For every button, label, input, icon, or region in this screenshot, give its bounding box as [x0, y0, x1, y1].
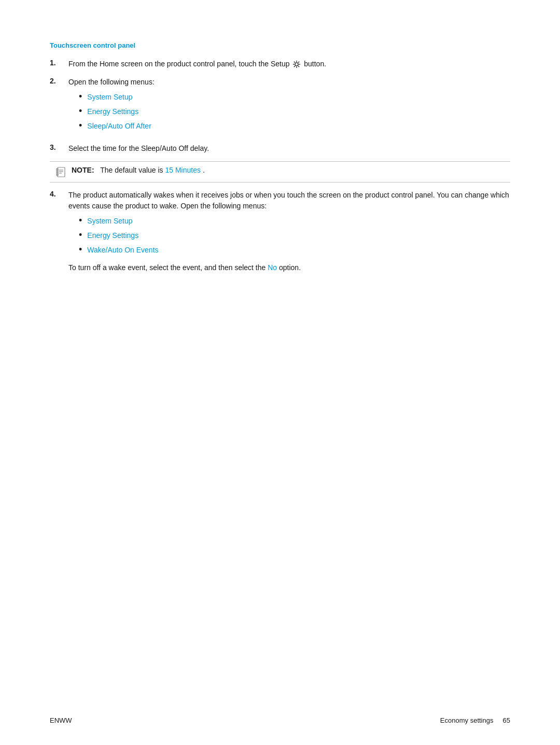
step-1-text-before: From the Home screen on the product cont… [68, 60, 291, 68]
svg-line-6 [299, 66, 300, 67]
bullet-dot-2: • [79, 105, 82, 118]
step-2-bullets: • System Setup • Energy Settings • Sleep… [68, 92, 510, 133]
step-1-number: 1. [50, 59, 68, 67]
footer-left: ENWW [50, 716, 72, 724]
bullet-sleep-auto-off: • Sleep/Auto Off After [68, 121, 510, 132]
bullet-energy-settings: • Energy Settings [68, 106, 510, 118]
bullet-system-setup-2: • System Setup [68, 216, 510, 227]
step-3-text: Select the time for the Sleep/Auto Off d… [68, 144, 209, 152]
setup-icon [292, 60, 301, 68]
step-1-content: From the Home screen on the product cont… [68, 59, 510, 69]
system-setup-link-2[interactable]: System Setup [87, 216, 132, 227]
step-4: 4. The product automatically wakes when … [50, 190, 510, 274]
step-4-text: The product automatically wakes when it … [68, 191, 509, 210]
step-1: 1. From the Home screen on the product c… [50, 59, 510, 69]
wake-text-after: option. [279, 263, 301, 272]
wake-auto-on-link[interactable]: Wake/Auto On Events [87, 245, 158, 256]
step-3: 3. Select the time for the Sleep/Auto Of… [50, 143, 510, 154]
step-1-text-after: button. [304, 60, 326, 68]
note-box: NOTE: The default value is 15 Minutes . [50, 161, 510, 182]
step-4-bullets: • System Setup • Energy Settings • Wake/… [68, 216, 510, 257]
bullet-dot-3: • [79, 119, 82, 132]
svg-line-8 [294, 66, 295, 67]
bullet-wake-auto-on: • Wake/Auto On Events [68, 245, 510, 256]
page-footer: ENWW Economy settings 65 [0, 716, 560, 724]
system-setup-link[interactable]: System Setup [87, 92, 132, 103]
bullet-system-setup: • System Setup [68, 92, 510, 103]
energy-settings-link[interactable]: Energy Settings [87, 106, 138, 117]
wake-no-highlight: No [268, 263, 277, 272]
bullet-dot-1: • [79, 90, 82, 103]
footer-right: Economy settings 65 [440, 716, 510, 724]
bullet-dot-4: • [79, 214, 82, 227]
page-container: Touchscreen control panel 1. From the Ho… [0, 0, 560, 322]
svg-line-5 [294, 62, 295, 63]
sleep-auto-off-link[interactable]: Sleep/Auto Off After [87, 121, 151, 132]
step-2-text: Open the following menus: [68, 78, 155, 86]
bullet-dot-6: • [79, 243, 82, 256]
steps-list: 1. From the Home screen on the product c… [50, 59, 510, 154]
footer-section-name: Economy settings [440, 716, 494, 724]
note-label: NOTE: [72, 166, 94, 174]
section-title: Touchscreen control panel [50, 41, 510, 49]
step-4-number: 4. [50, 190, 68, 198]
svg-rect-9 [58, 167, 65, 177]
step-3-content: Select the time for the Sleep/Auto Off d… [68, 143, 510, 154]
note-icon [56, 166, 67, 178]
energy-settings-link-2[interactable]: Energy Settings [87, 230, 138, 241]
steps-list-2: 4. The product automatically wakes when … [50, 190, 510, 274]
note-content: NOTE: The default value is 15 Minutes . [72, 166, 205, 174]
wake-text-before: To turn off a wake event, select the eve… [68, 263, 268, 272]
bullet-energy-settings-2: • Energy Settings [68, 230, 510, 242]
step-2-number: 2. [50, 77, 68, 85]
svg-point-0 [295, 63, 298, 66]
note-text-before: The default value is [100, 166, 165, 174]
step-2: 2. Open the following menus: • System Se… [50, 77, 510, 136]
step-2-content: Open the following menus: • System Setup… [68, 77, 510, 136]
bullet-dot-5: • [79, 229, 82, 242]
step-3-number: 3. [50, 143, 68, 151]
svg-line-7 [299, 62, 300, 63]
note-text-after: . [203, 166, 205, 174]
footer-page-number: 65 [503, 716, 510, 724]
note-highlight: 15 Minutes [165, 166, 201, 174]
wake-event-text: To turn off a wake event, select the eve… [68, 262, 510, 273]
step-4-content: The product automatically wakes when it … [68, 190, 510, 274]
